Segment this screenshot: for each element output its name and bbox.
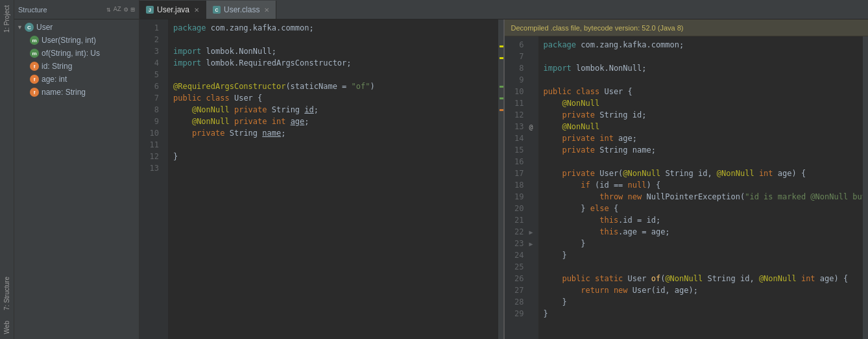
name-field-label: name: String [42,88,86,97]
code-line-9: @NonNull private int age; [173,116,498,127]
code-line-11 [173,139,498,151]
class-tab-label: User.class [224,5,259,14]
r-code-line-23: } [544,238,863,249]
left-code-area[interactable]: 1 2 3 4 5 6 7 8 9 10 11 12 13 [139,19,503,339]
constructor-icon: m [30,36,39,45]
r-code-line-7 [544,51,863,62]
right-scroll-gutter [863,36,868,339]
of-method-icon: m [30,49,39,58]
r-code-line-25 [544,261,863,273]
left-code-content[interactable]: package com.zang.kafka.common; import lo… [168,19,498,339]
right-editor-pane: Decompiled .class file, bytecode version… [505,19,869,339]
r-code-line-15: private String name; [544,144,863,156]
code-line-10: private String name; [173,127,498,139]
code-line-12: } [173,151,498,162]
structure-panel: Structure ⇅ AZ ⚙ ⊞ ▼ C User m User(Strin… [14,0,139,339]
age-field-label: age: int [42,75,67,84]
r-code-line-22: this.age = age; [544,226,863,238]
id-field-label: id: String [42,62,72,71]
structure-tree: ▼ C User m User(String, int) m of(String… [14,19,139,339]
settings-icon[interactable]: ⚙ [124,5,128,14]
r-code-line-10: public class User { [544,86,863,97]
r-code-line-12: private String id; [544,109,863,121]
left-line-numbers: 1 2 3 4 5 6 7 8 9 10 11 12 13 [139,19,163,339]
java-tab-close[interactable]: ✕ [194,6,199,14]
r-code-line-16 [544,156,863,168]
right-code-content[interactable]: package com.zang.kafka.common; import lo… [538,36,863,339]
tab-user-java[interactable]: J User.java ✕ [139,1,206,19]
age-field-icon: f [30,75,39,84]
project-tab[interactable]: 1: Project [1,0,12,38]
r-code-line-21: this.id = id; [544,214,863,226]
left-editor-pane: 1 2 3 4 5 6 7 8 9 10 11 12 13 [139,19,505,339]
code-line-13 [173,162,498,174]
r-code-line-18: if (id == null) { [544,179,863,191]
left-markers-gutter [163,19,168,339]
r-code-line-19: throw new NullPointerException("id is ma… [544,191,863,203]
r-code-line-28: } [544,296,863,308]
java-tab-icon: J [146,6,154,14]
r-code-line-29: } [544,308,863,320]
decompiled-text: Decompiled .class file, bytecode version… [511,24,684,32]
r-code-line-9 [544,74,863,86]
r-code-line-26: public static User of(@NonNull String id… [544,273,863,284]
tree-item-name-field[interactable]: f name: String [14,86,139,99]
class-tab-icon: C [213,6,221,14]
tree-item-id-field[interactable]: f id: String [14,60,139,73]
tree-item-of-method[interactable]: m of(String, int): Us [14,47,139,60]
code-line-7: public class User { [173,92,498,104]
r-code-line-27: return new User(id, age); [544,284,863,296]
tree-arrow-user: ▼ [17,24,25,31]
of-method-label: of(String, int): Us [42,49,100,58]
expand-icon[interactable]: ⊞ [130,5,135,14]
r-code-line-13: @NonNull [544,121,863,132]
code-line-1: package com.zang.kafka.common; [173,22,498,34]
left-sidebar: 1: Project 7: Structure Web [0,0,14,339]
tree-item-constructor[interactable]: m User(String, int) [14,34,139,47]
right-code-area[interactable]: 6 7 8 9 10 11 12 13 14 15 16 17 18 19 20… [505,36,869,339]
tree-item-age-field[interactable]: f age: int [14,73,139,86]
editor-panes: 1 2 3 4 5 6 7 8 9 10 11 12 13 [139,19,868,339]
r-code-line-6: package com.zang.kafka.common; [544,39,863,51]
java-tab-label: User.java [157,5,189,14]
tab-bar: J User.java ✕ C User.class ✕ [139,0,868,19]
right-markers-gutter: @ ▶ ▶ [528,36,538,339]
sort-icon[interactable]: ⇅ [106,5,111,14]
web-tab[interactable]: Web [1,316,12,339]
editor-area: J User.java ✕ C User.class ✕ 1 2 3 4 5 6 [139,0,868,339]
id-field-icon: f [30,62,39,71]
code-line-2 [173,34,498,45]
structure-title: Structure [18,6,104,14]
decompiled-banner: Decompiled .class file, bytecode version… [505,19,869,36]
r-code-line-17: private User(@NonNull String id, @NonNul… [544,168,863,179]
r-code-line-8: import lombok.NonNull; [544,62,863,74]
class-tab-close[interactable]: ✕ [264,6,269,14]
user-class-label: User [36,23,53,32]
code-line-3: import lombok.NonNull; [173,45,498,57]
sort-alpha-icon[interactable]: AZ [114,6,121,13]
r-code-line-24: } [544,249,863,261]
right-line-numbers: 6 7 8 9 10 11 12 13 14 15 16 17 18 19 20… [505,36,528,339]
constructor-label: User(String, int) [42,36,96,45]
code-line-4: import lombok.RequiredArgsConstructor; [173,57,498,69]
r-code-line-20: } else { [544,203,863,214]
r-code-line-14: private int age; [544,132,863,144]
code-line-8: @NonNull private String id; [173,104,498,116]
tab-user-class[interactable]: C User.class ✕ [206,1,276,19]
tree-item-user-class[interactable]: ▼ C User [14,21,139,34]
structure-panel-header: Structure ⇅ AZ ⚙ ⊞ [14,0,139,19]
structure-tab[interactable]: 7: Structure [1,271,12,316]
name-field-icon: f [30,88,39,97]
code-line-5 [173,69,498,81]
user-class-icon: C [25,23,34,32]
r-code-line-11: @NonNull [544,97,863,109]
code-line-6: @RequiredArgsConstructor(staticName = "o… [173,81,498,92]
left-scroll-gutter [498,19,503,339]
